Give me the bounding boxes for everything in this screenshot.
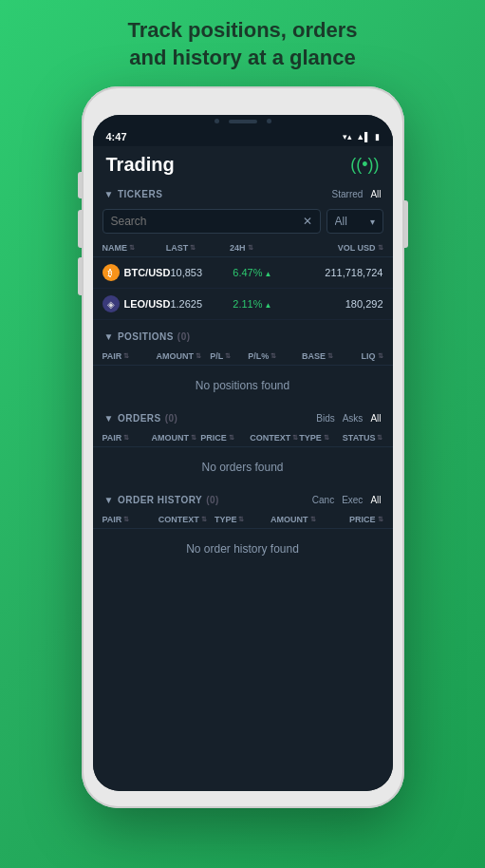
ord-col-amount[interactable]: AMOUNT⇅ [151,433,200,443]
tickers-actions: Starred All [332,189,382,199]
ticker-change: 2.11% [233,298,295,310]
status-time: 4:47 [106,131,127,142]
btc-icon: ₿ [103,264,120,281]
pos-col-amount[interactable]: AMOUNT⇅ [156,351,210,361]
tickers-section-title: ▼ TICKERS [104,189,163,199]
orders-actions: Bids Asks All [316,413,381,424]
ticker-last: 10,853 [170,267,233,278]
search-row: ✕ All BTC ETH LEO ▾ [93,205,393,239]
speaker-bar [229,120,257,123]
ticker-last: 1.2625 [170,298,233,310]
search-input-wrap[interactable]: ✕ [103,209,321,234]
tickers-starred-btn[interactable]: Starred [332,189,364,199]
phone-screen: 4:47 ▾▴ ▲▌ ▮ Trading ((•)) ▼ TICKERS [93,115,393,791]
orders-asks-btn[interactable]: Asks [343,413,364,424]
no-orders-message: No orders found [93,447,393,487]
col-24h[interactable]: 24H⇅ [230,243,293,253]
leo-icon: ◈ [103,295,120,312]
orders-table-header: PAIR⇅ AMOUNT⇅ PRICE⇅ CONTEXT⇅ TYPE⇅ STAT… [93,429,393,447]
signal-icon: ▲▌ [356,132,370,142]
search-clear-icon[interactable]: ✕ [303,215,312,228]
history-all-btn[interactable]: All [370,495,381,505]
sort-24h-icon: ⇅ [248,244,253,252]
volume-up-button [78,210,82,248]
col-last[interactable]: LAST⇅ [166,243,230,253]
history-exec-btn[interactable]: Exec [342,495,363,505]
sort-name-icon: ⇅ [129,244,135,252]
camera-bar [93,115,393,125]
headline: Track positions, ordersand history at a … [89,0,395,83]
dropdown-arrow-icon: ▾ [370,217,375,227]
volume-down-button [78,257,82,295]
pos-col-pl[interactable]: P/L⇅ [210,351,248,361]
history-canc-btn[interactable]: Canc [312,495,334,505]
history-collapse-arrow[interactable]: ▼ [104,495,114,505]
table-row[interactable]: ◈ LEO/USD 1.2625 2.11% 180,292 [93,289,393,320]
orders-section-title: ▼ ORDERS (0) [104,413,178,424]
ord-col-pair[interactable]: PAIR⇅ [103,433,152,443]
filter-dropdown[interactable]: All BTC ETH LEO [335,215,370,228]
filter-dropdown-wrap[interactable]: All BTC ETH LEO ▾ [326,209,383,234]
up-arrow-icon [263,298,272,310]
no-history-message: No order history found [93,529,393,569]
pos-col-plpct[interactable]: P/L%⇅ [248,351,302,361]
wifi-icon: ▾▴ [343,132,352,142]
col-vol[interactable]: VOL USD⇅ [293,243,382,253]
ord-col-status[interactable]: STATUS⇅ [339,433,383,443]
orders-bids-btn[interactable]: Bids [316,413,334,424]
orders-all-btn[interactable]: All [370,413,381,424]
ord-col-context[interactable]: CONTEXT⇅ [250,433,299,443]
table-row[interactable]: ₿ BTC/USD 10,853 6.47% 211,718,724 [93,257,393,289]
mute-button [78,172,82,198]
tickers-section-header: ▼ TICKERS Starred All [93,183,393,205]
ticker-name-cell: ◈ LEO/USD [103,295,171,312]
positions-section-header: ▼ POSITIONS (0) [93,326,393,348]
up-arrow-icon [263,267,272,278]
camera-dot-left [215,119,219,123]
pos-col-liq[interactable]: LIQ⇅ [345,351,383,361]
tickers-table-header: NAME⇅ LAST⇅ 24H⇅ VOL USD⇅ [93,239,393,257]
orders-collapse-arrow[interactable]: ▼ [104,413,114,424]
battery-icon: ▮ [375,132,380,142]
col-name[interactable]: NAME⇅ [103,243,166,253]
ticker-name-cell: ₿ BTC/USD [103,264,171,281]
ord-col-type[interactable]: TYPE⇅ [299,433,339,443]
hist-col-type[interactable]: TYPE⇅ [215,515,270,524]
hist-col-amount[interactable]: AMOUNT⇅ [270,515,326,524]
ticker-name: LEO/USD [124,298,171,310]
content-area[interactable]: ▼ TICKERS Starred All ✕ [93,183,393,791]
hist-col-context[interactable]: CONTEXT⇅ [159,515,215,524]
search-input[interactable] [111,215,303,228]
history-table-header: PAIR⇅ CONTEXT⇅ TYPE⇅ AMOUNT⇅ PRICE⇅ [93,511,393,529]
ticker-change: 6.47% [233,267,295,278]
ord-col-price[interactable]: PRICE⇅ [200,433,250,443]
history-actions: Canc Exec All [312,495,382,505]
positions-table-header: PAIR⇅ AMOUNT⇅ P/L⇅ P/L%⇅ BASE⇅ LIQ⇅ [93,348,393,366]
no-positions-message: No positions found [93,366,393,406]
ticker-name: BTC/USD [124,267,171,278]
ticker-vol: 211,718,724 [295,267,382,278]
camera-dot-right [267,119,271,123]
positions-collapse-arrow[interactable]: ▼ [104,331,114,342]
orders-section-header: ▼ ORDERS (0) Bids Asks All [93,407,393,429]
order-history-section-title: ▼ ORDER HISTORY (0) [104,495,219,505]
sort-vol-icon: ⇅ [378,244,383,252]
hist-col-pair[interactable]: PAIR⇅ [103,515,159,524]
tickers-all-btn[interactable]: All [370,189,381,199]
pos-col-pair[interactable]: PAIR⇅ [103,351,157,361]
ticker-vol: 180,292 [295,298,382,310]
live-signal-icon: ((•)) [350,155,379,175]
app-title: Trading [106,154,175,176]
order-history-section-header: ▼ ORDER HISTORY (0) Canc Exec All [93,489,393,511]
pos-col-base[interactable]: BASE⇅ [302,351,345,361]
app-header: Trading ((•)) [93,146,393,183]
status-icons: ▾▴ ▲▌ ▮ [343,132,379,142]
status-bar: 4:47 ▾▴ ▲▌ ▮ [93,125,393,146]
sort-last-icon: ⇅ [190,244,196,252]
phone-frame: 4:47 ▾▴ ▲▌ ▮ Trading ((•)) ▼ TICKERS [82,86,404,808]
tickers-collapse-arrow[interactable]: ▼ [104,189,114,199]
positions-section-title: ▼ POSITIONS (0) [104,331,191,342]
power-button [404,200,408,248]
hist-col-price[interactable]: PRICE⇅ [326,515,382,524]
